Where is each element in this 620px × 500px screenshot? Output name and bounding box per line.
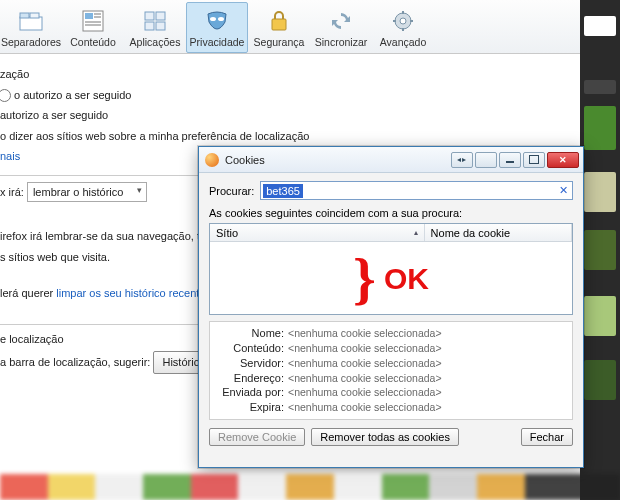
history-label: x irá: [0,186,24,198]
svg-rect-5 [94,13,101,15]
ok-annotation: }OK [353,262,429,297]
tracking-opt2-label: autorizo a ser seguido [0,109,108,121]
tab-label: Separadores [1,36,61,48]
svg-rect-9 [145,12,154,20]
detail-endereco-label: Endereço: [216,371,288,386]
firefox-icon [205,153,219,167]
close-dialog-button[interactable]: Fechar [521,428,573,446]
clear-history-link[interactable]: limpar os seu histórico recente [56,287,205,299]
svg-rect-4 [85,13,93,19]
window-nav-button[interactable] [451,152,473,168]
svg-rect-8 [85,24,101,26]
tabs-icon [18,8,44,34]
svg-point-13 [210,17,216,21]
svg-rect-7 [85,21,101,23]
search-clear-icon[interactable]: ✕ [559,184,568,197]
cookie-detail-box: Nome:<nenhuma cookie seleccionada> Conte… [209,321,573,420]
locationbar-label: a barra de localização, sugerir: [0,356,150,368]
tab-label: Aplicações [130,36,181,48]
window-blank-button[interactable] [475,152,497,168]
detail-servidor-label: Servidor: [216,356,288,371]
tab-label: Segurança [254,36,305,48]
tab-label: Privacidade [190,36,245,48]
svg-rect-10 [156,12,165,20]
list-header: Sítio▴ Nome da cookie [210,224,572,242]
search-selected-text: bet365 [263,184,303,198]
sync-icon [328,8,354,34]
preferences-toolbar: Separadores Conteúdo Aplicações Privacid… [0,0,620,54]
svg-rect-11 [145,22,154,30]
tracking-opt3-label: o dizer aos sítios web sobre a minha pre… [0,130,309,142]
detail-nome-value: <nenhuma cookie seleccionada> [288,326,442,341]
tab-conteudo[interactable]: Conteúdo [62,2,124,53]
content-icon [80,8,106,34]
svg-rect-2 [30,13,39,18]
tab-label: Avançado [380,36,427,48]
svg-rect-6 [94,16,101,18]
dialog-title: Cookies [225,154,451,166]
tab-label: Conteúdo [70,36,116,48]
svg-point-14 [218,17,224,21]
svg-rect-15 [272,19,286,30]
cookies-dialog: Cookies ✕ Procurar: bet365 ✕ As cookies … [198,146,584,468]
detail-nome-label: Nome: [216,326,288,341]
tracking-more-link[interactable]: nais [0,150,20,162]
dialog-titlebar[interactable]: Cookies ✕ [199,147,583,173]
detail-enviada-value: <nenhuma cookie seleccionada> [288,385,442,400]
advanced-gear-icon [390,8,416,34]
cookie-list[interactable]: Sítio▴ Nome da cookie }OK [209,223,573,315]
sort-indicator-icon: ▴ [414,228,418,237]
history-mode-dropdown[interactable]: lembrar o histórico [27,182,147,203]
detail-conteudo-label: Conteúdo: [216,341,288,356]
security-lock-icon [266,8,292,34]
column-cookie-name[interactable]: Nome da cookie [425,224,572,241]
svg-rect-1 [20,13,29,18]
tab-sincronizar[interactable]: Sincronizar [310,2,372,53]
privacy-mask-icon [204,8,230,34]
tab-label: Sincronizar [315,36,368,48]
column-site[interactable]: Sítio▴ [210,224,425,241]
want-text1: lerá querer [0,287,56,299]
window-minimize-button[interactable] [499,152,521,168]
window-close-button[interactable]: ✕ [547,152,579,168]
detail-conteudo-value: <nenhuma cookie seleccionada> [288,341,442,356]
tracking-heading: zação [0,66,610,83]
match-text: As cookies seguintes coincidem com a sua… [209,207,573,219]
remove-all-cookies-button[interactable]: Remover todas as cookies [311,428,459,446]
svg-point-17 [400,18,406,24]
list-empty-content: }OK [210,242,572,316]
cookie-search-input[interactable]: bet365 ✕ [260,181,573,200]
remove-cookie-button[interactable]: Remove Cookie [209,428,305,446]
applications-icon [142,8,168,34]
search-label: Procurar: [209,185,254,197]
detail-expira-value: <nenhuma cookie seleccionada> [288,400,442,415]
window-maximize-button[interactable] [523,152,545,168]
tab-privacidade[interactable]: Privacidade [186,2,248,53]
tab-avancado[interactable]: Avançado [372,2,434,53]
svg-rect-0 [20,17,42,30]
background-strip [580,0,620,500]
bottom-blurred-tabs [0,474,620,500]
tracking-radio-1[interactable] [0,89,11,102]
tab-seguranca[interactable]: Segurança [248,2,310,53]
detail-endereco-value: <nenhuma cookie seleccionada> [288,371,442,386]
detail-servidor-value: <nenhuma cookie seleccionada> [288,356,442,371]
tab-aplicacoes[interactable]: Aplicações [124,2,186,53]
detail-enviada-label: Enviada por: [216,385,288,400]
svg-rect-12 [156,22,165,30]
detail-expira-label: Expira: [216,400,288,415]
tracking-opt1-label: o autorizo a ser seguido [14,89,131,101]
tab-separadores[interactable]: Separadores [0,2,62,53]
